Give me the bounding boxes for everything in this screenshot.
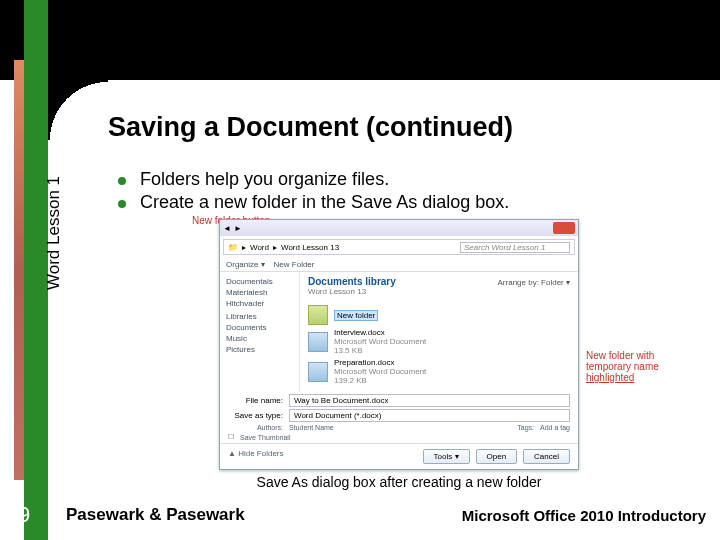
slide-body: Word Lesson 1 Saving a Document (continu…: [48, 80, 720, 490]
file-size: 139.2 KB: [334, 376, 426, 385]
nav-item[interactable]: Documents: [226, 322, 293, 333]
tags-label: Tags:: [479, 424, 534, 431]
library-subheader: Word Lesson 13: [308, 287, 396, 296]
file-size: 13.5 KB: [334, 346, 426, 355]
bullet-item: Create a new folder in the Save As dialo…: [118, 192, 690, 213]
arrange-by-menu[interactable]: Arrange by: Folder ▾: [498, 278, 570, 287]
library-header: Documents library: [308, 276, 396, 287]
top-black-bar: [0, 0, 720, 80]
tags-value[interactable]: Add a tag: [540, 424, 570, 431]
organize-menu[interactable]: Organize ▾: [226, 260, 265, 269]
new-folder-name-editing[interactable]: New folder: [334, 310, 378, 321]
folder-icon: 📁: [228, 243, 238, 252]
nav-item[interactable]: Pictures: [226, 344, 293, 355]
nav-item[interactable]: Libraries: [226, 311, 293, 322]
tools-button[interactable]: Tools ▾: [423, 449, 470, 464]
close-icon[interactable]: [553, 222, 575, 234]
authors-label: Authors:: [228, 424, 283, 431]
hide-folders-toggle[interactable]: ▲ Hide Folders: [228, 449, 284, 464]
corner-curve: [48, 80, 108, 140]
footer-right-text: Microsoft Office 2010 Introductory: [462, 507, 720, 524]
list-item[interactable]: Interview.docx Microsoft Word Document 1…: [308, 328, 570, 355]
nav-item[interactable]: Materialesh: [226, 287, 293, 298]
filename-input[interactable]: Way to Be Document.docx: [289, 394, 570, 407]
filename-field: File name: Way to Be Document.docx: [228, 394, 570, 407]
figure-caption: Save As dialog box after creating a new …: [108, 474, 690, 490]
back-icon[interactable]: ◄: [223, 224, 231, 233]
authors-value[interactable]: Student Name: [289, 424, 334, 431]
dialog-breadcrumb[interactable]: 📁 ▸ Word ▸ Word Lesson 13 Search Word Le…: [223, 239, 575, 255]
open-button[interactable]: Open: [476, 449, 518, 464]
footer-left-text: Pasewark & Pasewark: [48, 505, 462, 525]
document-icon: [308, 362, 328, 382]
savetype-field: Save as type: Word Document (*.docx): [228, 409, 570, 422]
list-item[interactable]: Preparation.docx Microsoft Word Document…: [308, 358, 570, 385]
figure-container: New folder button ◄ ► 📁 ▸ Word ▸ Word Le…: [108, 219, 690, 490]
annotation-highlighted-folder: New folder with temporary name highlight…: [586, 350, 678, 383]
file-name: Preparation.docx: [334, 358, 426, 367]
bullet-list: Folders help you organize files. Create …: [118, 169, 690, 213]
new-folder-button[interactable]: New Folder: [274, 260, 315, 269]
save-thumbnail-checkbox[interactable]: Save Thumbnail: [240, 434, 290, 441]
cancel-button[interactable]: Cancel: [523, 449, 570, 464]
bullet-text: Folders help you organize files.: [140, 169, 389, 190]
breadcrumb-part[interactable]: Word Lesson 13: [281, 243, 339, 252]
savetype-label: Save as type:: [228, 411, 283, 420]
file-meta: Microsoft Word Document: [334, 367, 426, 376]
filename-label: File name:: [228, 396, 283, 405]
vertical-section-label: Word Lesson 1: [44, 176, 64, 290]
slide-footer: 9 Pasewark & Pasewark Microsoft Office 2…: [0, 490, 720, 540]
list-item[interactable]: New folder: [308, 305, 570, 325]
document-icon: [308, 332, 328, 352]
dialog-titlebar: ◄ ►: [220, 220, 578, 236]
dialog-file-list: Documents library Word Lesson 13 Arrange…: [300, 272, 578, 392]
dialog-nav-pane[interactable]: Documentals Materialesh Hitchvader Libra…: [220, 272, 300, 392]
bullet-text: Create a new folder in the Save As dialo…: [140, 192, 509, 213]
folder-icon: [308, 305, 328, 325]
page-number: 9: [0, 502, 48, 528]
save-as-dialog: ◄ ► 📁 ▸ Word ▸ Word Lesson 13 Search Wor…: [219, 219, 579, 470]
bullet-dot-icon: [118, 177, 126, 185]
forward-icon[interactable]: ►: [234, 224, 242, 233]
nav-item[interactable]: Music: [226, 333, 293, 344]
page-title: Saving a Document (continued): [108, 112, 690, 143]
breadcrumb-part[interactable]: Word: [250, 243, 269, 252]
search-input[interactable]: Search Word Lesson 1: [460, 242, 570, 253]
dialog-button-row: ▲ Hide Folders Tools ▾ Open Cancel: [220, 443, 578, 469]
file-meta: Microsoft Word Document: [334, 337, 426, 346]
nav-item[interactable]: Documentals: [226, 276, 293, 287]
file-name: Interview.docx: [334, 328, 426, 337]
bullet-dot-icon: [118, 200, 126, 208]
dialog-toolbar: Organize ▾ New Folder: [220, 258, 578, 272]
bullet-item: Folders help you organize files.: [118, 169, 690, 190]
nav-item[interactable]: Hitchvader: [226, 298, 293, 309]
savetype-select[interactable]: Word Document (*.docx): [289, 409, 570, 422]
